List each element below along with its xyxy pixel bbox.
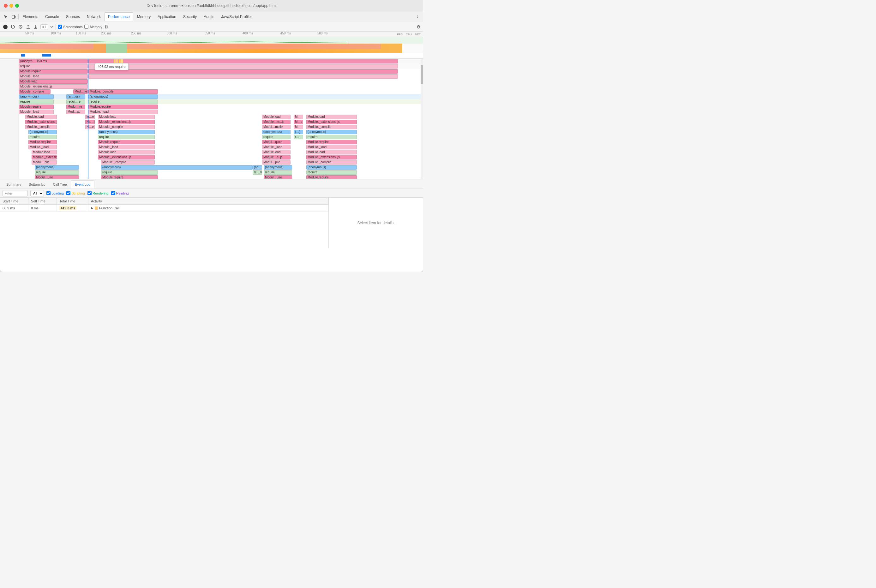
flame-block-modcomp-0[interactable]: Module._compile [19, 89, 51, 94]
rendering-filter[interactable]: Rendering [87, 191, 109, 195]
close-button[interactable] [4, 4, 8, 8]
flame-block-d4-0[interactable]: require [28, 135, 57, 139]
flame-block-modreq2-2[interactable]: Module.require [88, 105, 158, 109]
flame-block-d12-3[interactable]: Module.require [306, 175, 357, 179]
flame-block-d6-1[interactable]: Module._load [98, 145, 155, 149]
flame-block-d9-3[interactable]: Module._compile [306, 160, 357, 165]
tab-call-tree[interactable]: Call Tree [49, 180, 71, 189]
flame-block-modload3-0[interactable]: Module._load [19, 110, 54, 114]
inspect-icon[interactable] [2, 13, 9, 21]
painting-filter[interactable]: Painting [111, 191, 129, 195]
flame-block-d1-3[interactable]: Module…ns..js [262, 120, 291, 124]
flame-block-d5-2[interactable]: Modul…quire [262, 140, 291, 144]
flame-block-d8-1[interactable]: Module._extensions..js [98, 155, 155, 159]
flame-block-d3-1[interactable]: (anonymous) [98, 130, 155, 134]
flame-block-d0-5[interactable]: Module.load [306, 115, 357, 119]
flame-block-require-0[interactable]: require [19, 64, 88, 69]
flame-block-modreq2-1[interactable]: Modu…ire [66, 105, 85, 109]
flame-block-d8-0[interactable]: Module._extensions..js [32, 155, 57, 159]
memory-checkbox-label[interactable]: Memory [84, 25, 102, 29]
scripting-checkbox[interactable] [66, 191, 70, 195]
flame-block-d10-2[interactable]: (an…s) [253, 165, 262, 170]
flame-block-d3-3[interactable]: (…) [294, 130, 303, 134]
flame-block-modload3-1[interactable]: Mod…ad [66, 110, 85, 114]
tab-event-log[interactable]: Event Log [71, 180, 95, 189]
flame-block-modreq-1[interactable] [88, 69, 398, 74]
flame-block-modload3-2[interactable]: Module._load [88, 110, 158, 114]
flame-block-d7-2[interactable]: Module.load [262, 150, 291, 154]
tab-bottom-up[interactable]: Bottom-Up [25, 180, 49, 189]
flame-block-modreq-0[interactable]: Module.require [19, 69, 88, 74]
record-button[interactable] [3, 24, 8, 30]
flame-block-d6-2[interactable]: Module._load [262, 145, 291, 149]
filter-input[interactable] [3, 190, 28, 196]
flame-block-d0-4[interactable]: M… [294, 115, 303, 119]
flame-block-d0-0[interactable]: Module.load [25, 115, 57, 119]
tab-console[interactable]: Console [42, 12, 62, 21]
flame-block-d12-2[interactable]: Modul…uire [264, 175, 292, 179]
overview-area[interactable] [0, 37, 423, 59]
flame-block-d2-2[interactable]: Module._compile [98, 125, 155, 129]
reload-button[interactable] [10, 24, 16, 30]
flame-block-d11-3[interactable]: require [264, 170, 292, 175]
more-tabs-button[interactable]: ⋮ [414, 13, 421, 21]
trash-button[interactable]: 🗑 [104, 24, 108, 29]
flame-block-req2-2[interactable]: require [88, 99, 158, 104]
flame-block-d11-1[interactable]: require [101, 170, 158, 175]
filter-select[interactable]: All [30, 190, 44, 196]
flame-block-d7-0[interactable]: Module.load [32, 150, 57, 154]
loading-checkbox[interactable] [46, 191, 51, 195]
flame-block-d1-5[interactable]: Module._extensions..js [306, 120, 357, 124]
flame-block-d7-3[interactable]: Module.load [306, 150, 357, 154]
table-row[interactable]: 88.9 ms 0 ms 419.3 ms ▶ Function Call [0, 205, 328, 212]
flame-block-d4-1[interactable]: require [98, 135, 155, 139]
minimize-button[interactable] [9, 4, 13, 8]
flame-block-d2-5[interactable]: Module._compile [306, 125, 357, 129]
flame-block-d9-1[interactable]: Module._compile [101, 160, 155, 165]
loading-filter[interactable]: Loading [46, 191, 64, 195]
flame-block-d4-2[interactable]: require [262, 135, 291, 139]
flame-block-modload-1[interactable] [88, 74, 398, 79]
cell-activity[interactable]: ▶ Function Call [88, 205, 328, 211]
tab-network[interactable]: Network [84, 12, 104, 21]
maximize-button[interactable] [15, 4, 19, 8]
device-icon[interactable] [10, 13, 18, 21]
flame-block-d10-1[interactable]: (anonymous) [101, 165, 253, 170]
flame-block-d1-0[interactable]: Module._extensions..js [25, 120, 57, 124]
record-number[interactable]: #1 [40, 24, 48, 29]
flame-block-d2-3[interactable]: Modul…mpile [262, 125, 291, 129]
settings-button[interactable]: ⚙ [417, 24, 421, 29]
dropdown-arrow-icon[interactable] [50, 25, 54, 29]
flame-block-d10-0[interactable]: (anonymous) [35, 165, 79, 170]
flame-block-d1-2[interactable]: Module._extensions..js [98, 120, 155, 124]
flame-chart-area[interactable]: 406.92 ms require (anonym… 150 ms requir… [0, 59, 423, 179]
flame-block-modext[interactable]: Module._extensions..js [19, 84, 88, 89]
screenshots-checkbox-label[interactable]: Screenshots [58, 25, 82, 29]
flame-block-anon2-1[interactable]: (an…us) [66, 94, 85, 99]
flame-block-d1-4[interactable]: M…s [294, 120, 303, 124]
flame-block-modload2[interactable]: Module.load [19, 79, 88, 84]
screenshots-checkbox[interactable] [58, 25, 62, 29]
flame-block-d6-3[interactable]: Module._load [306, 145, 357, 149]
flame-block-anon2-0[interactable]: (anonymous) [19, 94, 54, 99]
flame-block-d12-0[interactable]: Modul…uire [35, 175, 79, 179]
flame-block-d5-0[interactable]: Module.require [28, 140, 57, 144]
flame-block-d2-4[interactable]: M… [294, 125, 303, 129]
flame-block-d11-0[interactable]: require [35, 170, 79, 175]
flame-block-d0-1[interactable]: lo…e [85, 115, 95, 119]
download-button[interactable] [33, 24, 39, 30]
flame-block-d0-3[interactable]: Module.load [262, 115, 291, 119]
flame-block-anon2-2[interactable]: (anonymous) [88, 94, 158, 99]
flame-block-d5-3[interactable]: Module.require [306, 140, 357, 144]
tab-security[interactable]: Security [180, 12, 200, 21]
flame-block-req2-1[interactable]: requi…re [66, 99, 85, 104]
flame-block-modreq2-0[interactable]: Module.require [19, 105, 54, 109]
flame-block-anon-0[interactable]: (anonym… 150 ms [19, 59, 88, 63]
flame-scrollbar[interactable] [421, 59, 423, 179]
flame-block-d10-4[interactable]: (anonymous) [306, 165, 357, 170]
tab-elements[interactable]: Elements [19, 12, 41, 21]
flame-block-anon-1[interactable] [88, 59, 398, 63]
flame-block-modload-0[interactable]: Module._load [19, 74, 88, 79]
tab-summary[interactable]: Summary [3, 180, 25, 189]
flame-block-d3-2[interactable]: (anonymous) [262, 130, 291, 134]
